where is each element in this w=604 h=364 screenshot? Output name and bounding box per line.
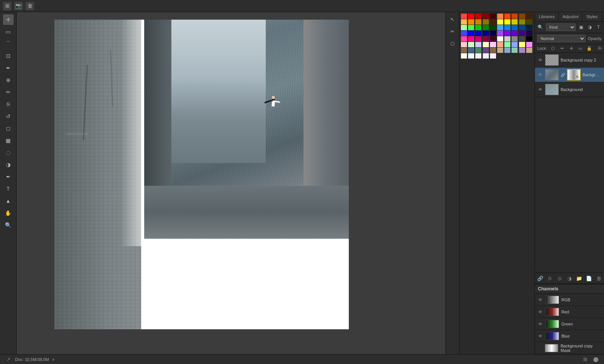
color-swatch[interactable] [504,31,510,36]
color-swatch[interactable] [490,53,496,59]
add-mask-icon[interactable]: ⊙ [557,275,563,282]
select-tool[interactable]: ▭ [3,26,14,37]
delete-icon[interactable]: 🗑 [26,2,34,10]
color-swatch[interactable] [475,14,481,19]
adjustment-layer-icon[interactable]: ◑ [567,275,573,282]
pen-tool[interactable]: ✒ [3,171,14,182]
color-swatch[interactable] [475,36,481,42]
color-swatch[interactable] [461,31,467,36]
color-swatch[interactable] [468,42,474,47]
color-swatch[interactable] [497,42,503,47]
color-swatch[interactable] [461,14,467,19]
camera-icon[interactable]: 📷 [14,2,23,10]
color-swatch[interactable] [490,48,496,53]
color-swatch[interactable] [497,31,503,36]
color-swatch[interactable] [526,36,532,42]
grid-view-icon[interactable]: ⊞ [581,356,589,363]
color-swatch[interactable] [526,14,532,19]
arrange-icon[interactable]: ⊞ [3,2,11,10]
blend-mode-select[interactable]: Normal Dissolve Darken Multiply Color Bu… [537,35,586,42]
color-swatch[interactable] [512,14,518,19]
eraser-tool[interactable]: ◻ [3,123,14,134]
fx-icon[interactable]: fx [547,275,553,282]
color-swatch[interactable] [526,19,532,25]
color-swatch[interactable] [483,42,489,47]
color-swatch[interactable] [497,36,503,42]
color-swatch[interactable] [526,48,532,53]
color-swatch[interactable] [483,14,489,19]
color-swatch[interactable] [519,48,525,53]
doc-info-arrow[interactable]: > [52,357,54,362]
color-swatch[interactable] [483,53,489,59]
link-layers-icon[interactable]: 🔗 [537,275,543,282]
heal-tool[interactable]: ⊕ [3,75,14,85]
color-swatch[interactable] [512,36,518,42]
color-swatch[interactable] [504,48,510,53]
color-swatch[interactable] [490,14,496,19]
channel-red[interactable]: 👁 Red [535,306,604,318]
channel-green[interactable]: 👁 Green [535,318,604,330]
color-swatch[interactable] [526,31,532,36]
lock-pixels-icon[interactable]: ⬡ [550,45,556,51]
color-swatch[interactable] [475,31,481,36]
color-swatch[interactable] [461,48,467,53]
color-swatch[interactable] [512,48,518,53]
new-layer-icon[interactable]: 📄 [586,275,592,282]
color-swatch[interactable] [468,25,474,30]
lasso-tool[interactable]: ⌒ [3,39,14,49]
tab-libraries[interactable]: Libraries [535,12,559,21]
color-swatch[interactable] [483,36,489,42]
lock-all-icon[interactable]: 🔒 [586,45,592,51]
brush-tool[interactable]: ✏ [3,87,14,97]
color-swatch[interactable] [504,42,510,47]
tab-styles[interactable]: Styles [582,12,602,21]
visibility-icon-2[interactable]: 👁 [537,86,543,93]
shape-tool[interactable]: ▲ [3,196,14,206]
color-swatch[interactable] [475,19,481,25]
color-swatch[interactable] [504,36,510,42]
color-swatch[interactable] [519,42,525,47]
record-icon[interactable]: ⬤ [592,356,599,363]
blur-tool[interactable]: ◌ [3,147,14,158]
layer-bg-copy-2[interactable]: 👁 Background copy 2 [535,53,604,68]
channel-rgb[interactable]: 👁 RGB [535,294,604,306]
color-swatch[interactable] [468,19,474,25]
color-swatch[interactable] [497,48,503,53]
color-swatch[interactable] [497,25,503,30]
group-layers-icon[interactable]: 📁 [576,275,582,282]
color-swatch[interactable] [490,25,496,30]
channel-eye-green[interactable]: 👁 [537,321,543,327]
clone-tool[interactable]: ⎘ [3,99,14,110]
scissors-icon[interactable]: ✂ [448,26,458,36]
color-swatch[interactable] [519,36,525,42]
eyedropper-tool[interactable]: ✒ [3,63,14,73]
share-icon[interactable]: ↗ [5,356,12,363]
hand-tool[interactable]: ✋ [3,208,14,218]
filter-kind-select[interactable]: Kind Name Effect Mode Attribute Color [546,23,576,31]
color-swatch[interactable] [475,48,481,53]
color-swatch[interactable] [512,25,518,30]
history-tool[interactable]: ↺ [3,111,14,122]
color-swatch[interactable] [512,42,518,47]
channel-blue[interactable]: 👁 Blue [535,330,604,342]
color-swatch[interactable] [519,31,525,36]
text-tool[interactable]: T [3,184,14,194]
color-swatch[interactable] [490,19,496,25]
color-swatch[interactable] [461,19,467,25]
move-tool[interactable]: ✛ [3,14,14,25]
color-swatch[interactable] [468,36,474,42]
color-swatch[interactable] [483,31,489,36]
color-swatch[interactable] [490,36,496,42]
layer-background-copy[interactable]: 👁 🔗 ↖ Background [535,68,604,82]
dodge-tool[interactable]: ◑ [3,159,14,170]
color-swatch[interactable] [497,14,503,19]
crop-tool[interactable]: ⊡ [3,51,14,61]
color-swatch[interactable] [512,31,518,36]
tab-adjustments[interactable]: Adjustmi [559,12,582,21]
color-swatch[interactable] [468,14,474,19]
color-swatch[interactable] [483,48,489,53]
cursor-tool-icon[interactable]: ↖ [448,14,458,24]
color-swatch[interactable] [468,31,474,36]
color-swatch[interactable] [504,19,510,25]
color-swatch[interactable] [483,19,489,25]
